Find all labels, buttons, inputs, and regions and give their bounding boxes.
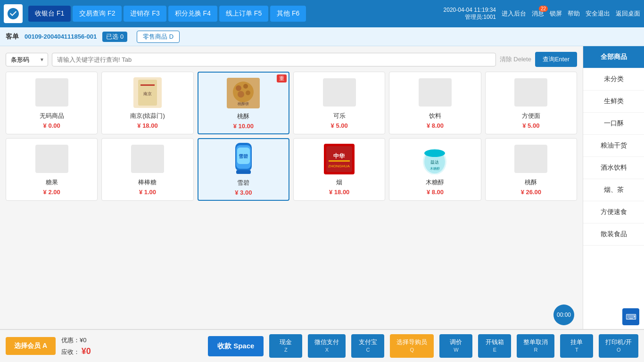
product-name-1: 无码商品	[40, 112, 64, 120]
product-name-11: 木糖醇	[426, 178, 444, 187]
category-grain[interactable]: 粮油干货	[583, 135, 644, 157]
cancel-all-button[interactable]: 整单取消 R	[517, 334, 554, 358]
member-select-button[interactable]: 选择会员 A	[6, 337, 56, 355]
retail-tab[interactable]: 零售商品 D	[137, 31, 180, 43]
product-img-1	[33, 76, 71, 109]
svg-point-9	[246, 90, 250, 95]
backend-button[interactable]: 进入后台	[502, 9, 526, 18]
product-name-2: 南京(炫蒜门)	[130, 112, 165, 120]
product-img-2: 南京	[129, 76, 166, 109]
price-adjust-button[interactable]: 调价 W	[439, 334, 472, 358]
product-card-5[interactable]: 饮料 ¥ 8.00	[389, 72, 481, 134]
product-img-4	[321, 76, 358, 109]
product-card-6[interactable]: 方便面 ¥ 5.00	[485, 72, 577, 134]
hang-order-button[interactable]: 挂单 T	[560, 334, 593, 358]
category-all[interactable]: 全部商品	[583, 46, 644, 68]
nav-cashier[interactable]: 收银台 F1	[28, 6, 71, 22]
product-card-4[interactable]: 可乐 ¥ 5.00	[293, 72, 385, 134]
datetime-text: 2020-04-04 11:19:34	[444, 7, 496, 13]
product-card-12[interactable]: 桃酥 ¥ 26.00	[485, 138, 577, 201]
category-snack[interactable]: 一口酥	[583, 113, 644, 135]
search-type-select[interactable]: 条形码	[6, 53, 48, 66]
lock-button[interactable]: 锁屏	[550, 9, 562, 18]
message-badge: 22	[539, 6, 548, 12]
top-navbar: 收银台 F1 交易查询 F2 进销存 F3 积分兑换 F4 线上订单 F5 其他…	[0, 0, 644, 27]
product-price-4: ¥ 5.00	[331, 122, 348, 129]
keyboard-icon[interactable]: ⌨	[622, 308, 639, 325]
category-bulk[interactable]: 散装食品	[583, 223, 644, 246]
product-img-3: 桃酥饼	[224, 76, 262, 109]
product-img-9: 雪碧	[224, 143, 262, 176]
svg-point-7	[243, 84, 248, 89]
product-price-5: ¥ 8.00	[427, 122, 444, 129]
product-card-11[interactable]: 益达 木糖醇 木糖醇 ¥ 8.00	[389, 138, 481, 201]
alipay-button[interactable]: 支付宝 C	[351, 334, 384, 358]
category-uncategorized[interactable]: 未分类	[583, 68, 644, 90]
svg-text:木糖醇: 木糖醇	[430, 167, 440, 170]
svg-point-6	[236, 85, 241, 91]
product-img-6	[512, 76, 550, 109]
product-price-7: ¥ 2.00	[43, 189, 60, 196]
nav-points[interactable]: 积分兑换 F4	[168, 6, 217, 22]
open-cashbox-button[interactable]: 开钱箱 E	[478, 334, 511, 358]
product-name-10: 烟	[336, 178, 342, 187]
payable-amount: ¥0	[82, 346, 91, 356]
product-name-3: 桃酥	[237, 112, 249, 121]
wechat-pay-button[interactable]: 微信支付 X	[308, 334, 346, 358]
search-clear-button[interactable]: 清除 Delete	[500, 55, 531, 64]
product-name-8: 棒棒糖	[138, 178, 157, 187]
product-card-1[interactable]: 无码商品 ¥ 0.00	[6, 72, 98, 134]
product-card-7[interactable]: 糖果 ¥ 2.00	[6, 138, 98, 201]
product-card-10[interactable]: 中华 ZHONGHUA 烟 ¥ 18.00	[293, 138, 385, 201]
product-price-6: ¥ 5.00	[522, 122, 539, 129]
svg-text:南京: 南京	[143, 91, 152, 96]
category-instant[interactable]: 方便速食	[583, 201, 644, 223]
category-alcohol[interactable]: 酒水饮料	[583, 157, 644, 179]
svg-text:ZHONGHUA: ZHONGHUA	[328, 164, 350, 168]
cash-button[interactable]: 现金 Z	[269, 334, 302, 358]
message-button[interactable]: 消息 22	[532, 9, 544, 18]
svg-text:雪碧: 雪碧	[239, 154, 248, 159]
search-input[interactable]	[52, 53, 496, 66]
order-label: 客单	[6, 33, 19, 41]
product-price-11: ¥ 8.00	[427, 189, 444, 196]
desktop-button[interactable]: 返回桌面	[616, 9, 640, 18]
selected-count: 已选 0	[102, 32, 127, 42]
svg-rect-15	[236, 170, 251, 174]
svg-point-8	[238, 91, 244, 98]
product-img-8	[129, 142, 166, 175]
nav-other[interactable]: 其他 F6	[270, 6, 306, 22]
payable-label: 应收： ¥0	[61, 346, 91, 356]
collect-button[interactable]: 收款 Space	[208, 336, 264, 356]
product-img-5	[416, 76, 454, 109]
search-button[interactable]: 查询Enter	[535, 52, 577, 67]
logout-button[interactable]: 安全退出	[586, 9, 610, 18]
app-logo	[4, 4, 23, 23]
category-fresh[interactable]: 生鲜类	[583, 90, 644, 113]
product-price-3: ¥ 10.00	[233, 123, 254, 130]
nav-query[interactable]: 交易查询 F2	[73, 6, 122, 22]
product-card-3[interactable]: 重 桃酥饼 桃酥 ¥ 10.00	[198, 72, 289, 134]
product-name-5: 饮料	[429, 112, 441, 120]
category-panel: 全部商品 未分类 生鲜类 一口酥 粮油干货 酒水饮料 烟、茶 方便速食 散装食品	[583, 46, 644, 329]
top-right-actions: 2020-04-04 11:19:34 管理员:1001 进入后台 消息 22 …	[444, 7, 640, 21]
search-bar: 条形码 清除 Delete 查询Enter	[6, 52, 577, 67]
product-card-8[interactable]: 棒棒糖 ¥ 1.00	[101, 138, 193, 201]
product-img-12	[512, 142, 550, 175]
svg-text:桃酥饼: 桃酥饼	[238, 102, 249, 106]
product-card-9[interactable]: 雪碧 雪碧 ¥ 3.00	[198, 138, 289, 201]
help-button[interactable]: 帮助	[568, 9, 580, 18]
print-button[interactable]: 打印机/开 O	[599, 334, 638, 358]
guide-select-button[interactable]: 选择导购员 Q	[390, 334, 434, 358]
product-name-6: 方便面	[522, 112, 540, 120]
category-tobacco-tea[interactable]: 烟、茶	[583, 179, 644, 201]
product-img-7	[33, 142, 71, 175]
main-area: 条形码 清除 Delete 查询Enter 无码商品 ¥ 0.00	[0, 46, 644, 329]
svg-rect-19	[329, 160, 350, 162]
product-area: 条形码 清除 Delete 查询Enter 无码商品 ¥ 0.00	[0, 46, 583, 329]
product-card-2[interactable]: 南京 南京(炫蒜门) ¥ 18.00	[101, 72, 193, 134]
product-price-1: ¥ 0.00	[43, 122, 60, 129]
product-badge-3: 重	[277, 74, 287, 82]
nav-online[interactable]: 线上订单 F5	[219, 6, 268, 22]
nav-inventory[interactable]: 进销存 F3	[124, 6, 166, 22]
